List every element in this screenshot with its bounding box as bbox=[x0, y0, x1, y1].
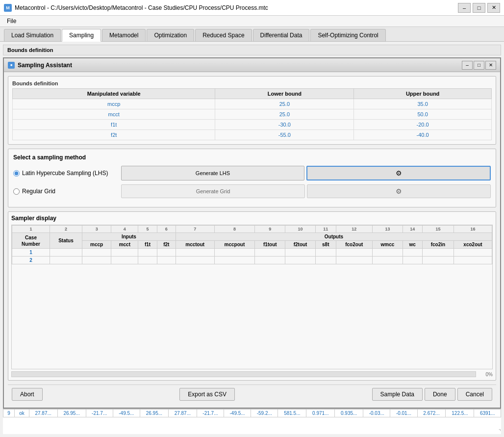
col-mcctout: mcctout bbox=[176, 241, 214, 249]
sampler-display-section: Sampler display 1 2 3 4 5 bbox=[8, 211, 496, 381]
col-num-8: 8 bbox=[214, 226, 255, 233]
bounds-section-title: Bounds definition bbox=[12, 80, 492, 86]
dialog-title-bar: ■ Sampling Assistant – □ ✕ bbox=[4, 58, 500, 72]
col-num-15: 15 bbox=[422, 226, 454, 233]
grid-buttons: Generate Grid ⚙ bbox=[121, 184, 491, 198]
title-bar: M Metacontrol - C:/Users/victo/Desktop/M… bbox=[0, 0, 504, 16]
main-area: Bounds definition ■ Sampling Assistant –… bbox=[0, 42, 504, 437]
bg-case: 9 bbox=[3, 410, 15, 417]
col-wc: wc bbox=[403, 241, 422, 249]
col-f1t: f1t bbox=[138, 241, 157, 249]
progress-bar bbox=[11, 371, 476, 377]
tab-optimization[interactable]: Optimization bbox=[147, 29, 194, 41]
sample-data-button[interactable]: Sample Data bbox=[372, 388, 423, 401]
lower-bound-1: 25.0 bbox=[215, 109, 354, 120]
table-row: 1 bbox=[12, 249, 492, 257]
col-header-upper: Upper bound bbox=[354, 89, 492, 99]
menu-bar: File bbox=[0, 16, 504, 27]
tab-metamodel[interactable]: Metamodel bbox=[102, 29, 146, 41]
sampler-table-container[interactable]: 1 2 3 4 5 6 7 8 9 10 bbox=[11, 225, 493, 369]
col-num-9: 9 bbox=[255, 226, 285, 233]
col-mccp: mccp bbox=[82, 241, 111, 249]
tab-bar: Load Simulation Sampling Metamodel Optim… bbox=[0, 27, 504, 42]
background-table-row: 9 ok 27.87... 26.95... -21.7... -49.5...… bbox=[3, 409, 501, 434]
abort-button[interactable]: Abort bbox=[12, 388, 43, 401]
col-f2tout: f2tout bbox=[285, 241, 316, 249]
done-button[interactable]: Done bbox=[425, 388, 455, 401]
var-name-3: f2t bbox=[13, 130, 215, 140]
lhs-radio[interactable] bbox=[13, 170, 20, 177]
bg-table: 9 ok 27.87... 26.95... -21.7... -49.5...… bbox=[3, 409, 501, 417]
col-mccpout: mccpout bbox=[214, 241, 255, 249]
col-number-row: 1 2 3 4 5 6 7 8 9 10 bbox=[12, 226, 492, 233]
tab-self-optimizing[interactable]: Self-Optimizing Control bbox=[310, 29, 385, 41]
sampling-assistant-dialog: ■ Sampling Assistant – □ ✕ Bounds defini… bbox=[3, 57, 501, 409]
col-num-14: 14 bbox=[403, 226, 422, 233]
bg-status: ok bbox=[15, 410, 29, 417]
col-fco2in: fco2in bbox=[422, 241, 454, 249]
grid-text: Regular Grid bbox=[22, 188, 55, 195]
bounds-row: mcct 25.0 50.0 bbox=[13, 109, 492, 120]
col-num-6: 6 bbox=[157, 226, 176, 233]
col-num-13: 13 bbox=[372, 226, 403, 233]
col-wmcc: wmcc bbox=[372, 241, 403, 249]
case-2: 2 bbox=[12, 257, 50, 264]
grid-label[interactable]: Regular Grid bbox=[13, 188, 121, 195]
lhs-label[interactable]: Latin Hypercube Sampling (LHS) bbox=[13, 170, 121, 177]
dialog-icon: ■ bbox=[8, 62, 15, 69]
tab-sampling[interactable]: Sampling bbox=[62, 29, 101, 42]
bounds-row: mccp 25.0 35.0 bbox=[13, 99, 492, 109]
maximize-button[interactable]: □ bbox=[473, 3, 485, 13]
menu-file[interactable]: File bbox=[4, 17, 19, 26]
lhs-settings-button[interactable]: ⚙ bbox=[306, 166, 491, 180]
generate-lhs-button[interactable]: Generate LHS bbox=[121, 166, 304, 180]
tab-load-simulation[interactable]: Load Simulation bbox=[4, 29, 61, 41]
resize-handle[interactable]: ⌝ bbox=[495, 428, 501, 434]
col-fco2out: fco2out bbox=[336, 241, 372, 249]
export-csv-button[interactable]: Export as CSV bbox=[179, 388, 235, 401]
outer-bounds-title: Bounds definition bbox=[3, 45, 501, 55]
grid-settings-button[interactable]: ⚙ bbox=[307, 184, 491, 198]
close-button[interactable]: ✕ bbox=[487, 3, 500, 13]
dialog-maximize[interactable]: □ bbox=[474, 61, 484, 70]
col-num-7: 7 bbox=[176, 226, 214, 233]
grid-radio[interactable] bbox=[13, 188, 20, 195]
col-num-11: 11 bbox=[315, 226, 336, 233]
status-1 bbox=[50, 249, 82, 257]
status-2 bbox=[50, 257, 82, 264]
status-header: Status bbox=[50, 233, 82, 249]
col-num-12: 12 bbox=[336, 226, 372, 233]
grid-row: Regular Grid Generate Grid ⚙ bbox=[13, 184, 491, 198]
grid-gear-icon: ⚙ bbox=[396, 187, 402, 195]
col-num-16: 16 bbox=[454, 226, 492, 233]
title-controls: – □ ✕ bbox=[458, 3, 500, 13]
group-header-row: CaseNumber Status Inputs Outputs bbox=[12, 233, 492, 241]
sampler-display-title: Sampler display bbox=[11, 215, 493, 222]
col-header-lower: Lower bound bbox=[215, 89, 354, 99]
col-labels-row: mccp mcct f1t f2t mcctout mccpout f1tout… bbox=[12, 241, 492, 249]
col-num-1: 1 bbox=[12, 226, 50, 233]
progress-bar-row: 0% bbox=[11, 371, 493, 377]
dialog-minimize[interactable]: – bbox=[462, 61, 473, 70]
lower-bound-2: -30.0 bbox=[215, 120, 354, 130]
col-f1tout: f1tout bbox=[255, 241, 285, 249]
dialog-title: Sampling Assistant bbox=[18, 62, 462, 69]
outputs-group-header: Outputs bbox=[176, 233, 492, 241]
dialog-close[interactable]: ✕ bbox=[485, 61, 496, 70]
sampling-method-title: Select a sampling method bbox=[13, 154, 491, 161]
var-name-1: mcct bbox=[13, 109, 215, 120]
tab-differential-data[interactable]: Differential Data bbox=[253, 29, 310, 41]
window-title: Metacontrol - C:/Users/victo/Desktop/Met… bbox=[15, 4, 458, 11]
upper-bound-1: 50.0 bbox=[354, 109, 492, 120]
bounds-row: f2t -55.0 -40.0 bbox=[13, 130, 492, 140]
col-num-4: 4 bbox=[111, 226, 138, 233]
progress-label: 0% bbox=[478, 372, 493, 377]
col-num-2: 2 bbox=[50, 226, 82, 233]
col-s8t: s8t bbox=[315, 241, 336, 249]
cancel-button[interactable]: Cancel bbox=[457, 388, 492, 401]
generate-grid-button[interactable]: Generate Grid bbox=[121, 184, 305, 198]
col-header-var: Manipulated variable bbox=[13, 89, 215, 99]
minimize-button[interactable]: – bbox=[458, 3, 471, 13]
tab-reduced-space[interactable]: Reduced Space bbox=[195, 29, 252, 41]
lower-bound-3: -55.0 bbox=[215, 130, 354, 140]
